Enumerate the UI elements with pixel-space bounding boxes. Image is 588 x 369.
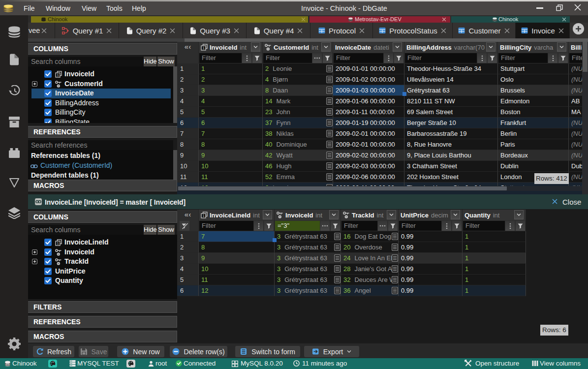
svg-text:1: 1 [57,73,59,77]
svg-text:1: 1 [57,241,59,246]
svg-text:1: 1 [202,46,204,50]
svg-text:1: 1 [202,214,204,218]
